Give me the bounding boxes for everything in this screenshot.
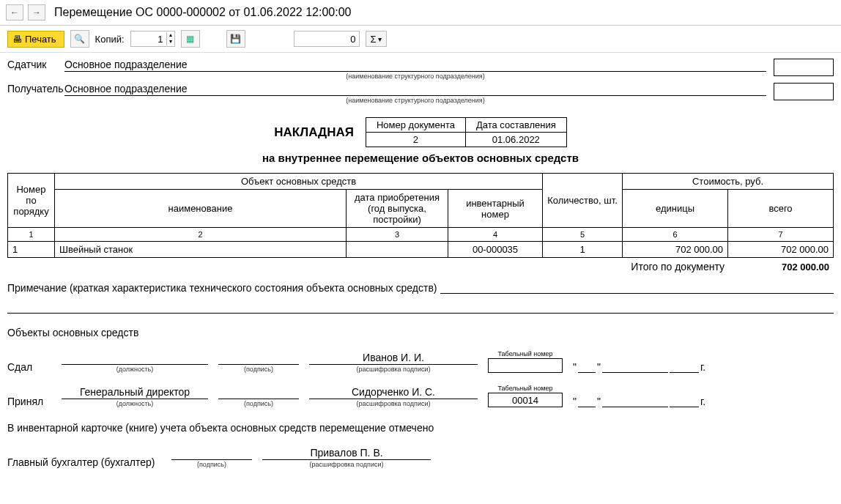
accountant-sign-hint: (подпись) xyxy=(197,461,226,468)
prinyal-position-hint: (должность) xyxy=(116,400,154,407)
prinyal-decode-hint: (расшифровка подписи) xyxy=(357,400,431,407)
sdal-tab-value xyxy=(488,358,563,373)
accountant-row: Главный бухгалтер (бухгалтер) (подпись) … xyxy=(7,445,834,468)
cell-inv: 00-000035 xyxy=(448,242,543,258)
copies-input[interactable] xyxy=(131,32,166,45)
doc-num-label: Номер документа xyxy=(366,118,465,133)
sender-label: Сдатчик xyxy=(7,59,64,70)
receiver-value: Основное подразделение xyxy=(64,83,766,96)
receiver-hint: (наименование структурного подразделения… xyxy=(64,97,766,104)
grid-icon: ▦ xyxy=(186,34,194,44)
prinyal-date: "" г. xyxy=(573,396,705,407)
col-2: 2 xyxy=(55,228,347,242)
grid-button[interactable]: ▦ xyxy=(181,30,200,48)
col-6: 6 xyxy=(623,228,728,242)
prinyal-sign xyxy=(218,385,299,399)
back-button[interactable]: ← xyxy=(6,4,23,21)
cell-acq xyxy=(347,242,448,258)
accountant-decode-hint: (расшифровка подписи) xyxy=(310,461,384,468)
sdal-name: Иванов И. И. xyxy=(309,350,478,365)
printer-icon: 🖶 xyxy=(12,34,22,45)
prinyal-name: Сидорченко И. С. xyxy=(309,385,478,399)
preview-button[interactable]: 🔍 xyxy=(70,30,89,48)
total-label: Итого по документу xyxy=(7,258,727,275)
col-1: 1 xyxy=(8,228,55,242)
document-title: Перемещение ОС 0000-000002 от 01.06.2022… xyxy=(54,6,351,19)
th-total: всего xyxy=(728,190,834,228)
cell-name: Швейный станок xyxy=(55,242,347,258)
col-4: 4 xyxy=(448,228,543,242)
subtitle: на внутреннее перемещение объектов основ… xyxy=(7,152,834,164)
note-line xyxy=(440,293,834,294)
doc-date-label: Дата составления xyxy=(465,118,566,133)
action-bar: 🖶 Печать 🔍 Копий: ▴ ▾ ▦ 💾 Σ ▾ xyxy=(0,26,841,53)
sdal-decode-hint: (расшифровка подписи) xyxy=(357,366,431,373)
document-body: Сдатчик Основное подразделение (наименов… xyxy=(0,53,841,483)
prinyal-tab-value: 00014 xyxy=(488,393,563,407)
numeric-field[interactable] xyxy=(294,31,360,47)
th-qty: Количество, шт. xyxy=(543,174,623,228)
prinyal-row: Принял Генеральный директор (должность) … xyxy=(7,385,834,407)
th-acq: дата приобретения (год выпуска, постройк… xyxy=(347,190,448,228)
header-table: Номер документа Дата составления 2 01.06… xyxy=(366,117,567,147)
sigma-icon: Σ xyxy=(371,34,377,45)
sigma-button[interactable]: Σ ▾ xyxy=(366,31,387,47)
sdal-sign-hint: (подпись) xyxy=(244,366,273,373)
card-note: В инвентарной карточке (книге) учета объ… xyxy=(7,422,834,434)
main-table: Номер по порядку Объект основных средств… xyxy=(7,173,834,258)
sdal-row: Сдал (должность) (подпись) Иванов И. И. … xyxy=(7,350,834,373)
copies-label: Копий: xyxy=(95,34,125,45)
sdal-sign xyxy=(218,350,299,365)
doc-date-value: 01.06.2022 xyxy=(465,133,566,147)
table-row: 1 Швейный станок 00-000035 1 702 000.00 … xyxy=(8,242,834,258)
cell-unit: 702 000.00 xyxy=(623,242,728,258)
title-block: НАКЛАДНАЯ Номер документа Дата составлен… xyxy=(7,117,834,147)
prinyal-label: Принял xyxy=(7,396,51,407)
note-line-2 xyxy=(7,294,834,314)
prinyal-sign-hint: (подпись) xyxy=(244,400,273,407)
accountant-label: Главный бухгалтер (бухгалтер) xyxy=(7,456,161,468)
accountant-sign xyxy=(171,445,252,460)
dropdown-icon: ▾ xyxy=(378,35,382,43)
receiver-code-box xyxy=(774,83,834,100)
note-row: Примечание (краткая характеристика техни… xyxy=(7,282,834,294)
th-name: наименование xyxy=(55,190,347,228)
main-title: НАКЛАДНАЯ xyxy=(274,125,354,140)
sender-hint: (наименование структурного подразделения… xyxy=(64,73,766,80)
accountant-name: Привалов П. В. xyxy=(262,445,431,460)
title-bar: ← → Перемещение ОС 0000-000002 от 01.06.… xyxy=(0,0,841,26)
prinyal-tab-label: Табельный номер xyxy=(498,385,553,392)
print-button[interactable]: 🖶 Печать xyxy=(7,31,64,48)
spinner-down[interactable]: ▾ xyxy=(167,39,174,45)
th-object: Объект основных средств xyxy=(55,174,543,190)
sender-row: Сдатчик Основное подразделение (наименов… xyxy=(7,59,834,80)
cell-qty: 1 xyxy=(543,242,623,258)
total-row: Итого по документу 702 000.00 xyxy=(7,258,834,275)
sdal-position xyxy=(62,350,208,365)
col-5: 5 xyxy=(543,228,623,242)
sdal-label: Сдал xyxy=(7,361,51,373)
th-num: Номер по порядку xyxy=(8,174,55,228)
cell-num: 1 xyxy=(8,242,55,258)
receiver-label: Получатель xyxy=(7,83,64,94)
receiver-row: Получатель Основное подразделение (наиме… xyxy=(7,83,834,104)
forward-button[interactable]: → xyxy=(28,4,45,21)
preview-icon: 🔍 xyxy=(74,34,85,44)
objects-label: Объекты основных средств xyxy=(7,327,834,338)
copies-spinner[interactable]: ▴ ▾ xyxy=(130,31,175,47)
save-button[interactable]: 💾 xyxy=(226,30,245,48)
sender-value: Основное подразделение xyxy=(64,59,766,72)
save-icon: 💾 xyxy=(230,34,241,44)
col-7: 7 xyxy=(728,228,834,242)
sdal-date: "" г. xyxy=(573,361,705,373)
sdal-tab-label: Табельный номер xyxy=(498,350,553,357)
print-label: Печать xyxy=(25,34,56,45)
doc-num-value: 2 xyxy=(366,133,465,147)
th-cost: Стоимость, руб. xyxy=(623,174,834,190)
cell-total: 702 000.00 xyxy=(728,242,834,258)
total-value: 702 000.00 xyxy=(727,258,834,275)
col-3: 3 xyxy=(347,228,448,242)
note-label: Примечание (краткая характеристика техни… xyxy=(7,282,437,294)
th-unit: единицы xyxy=(623,190,728,228)
sdal-position-hint: (должность) xyxy=(116,366,154,373)
